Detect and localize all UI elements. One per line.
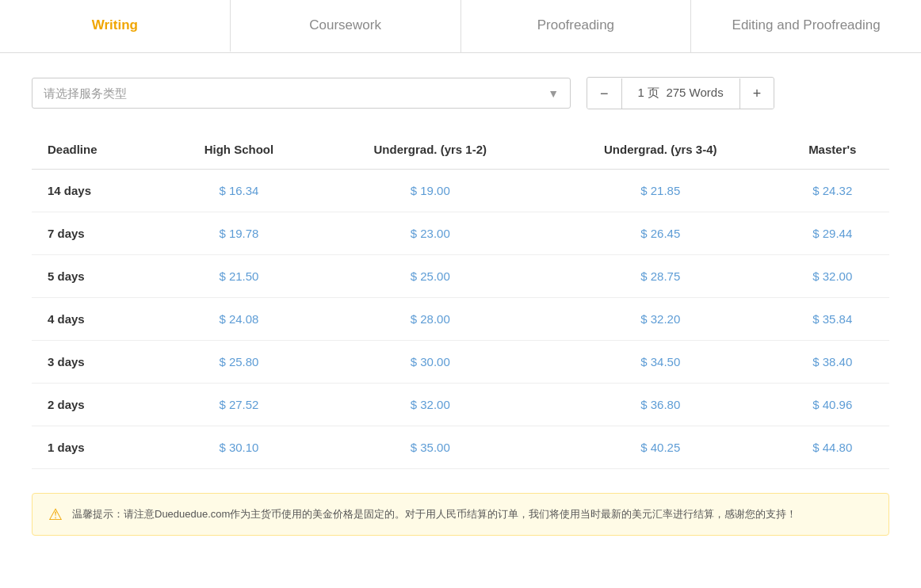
cell-deadline: 5 days (32, 255, 162, 298)
cell-high-school: $ 21.50 (162, 255, 315, 298)
col-header-masters: Master's (776, 133, 889, 170)
cell-undergrad-3-4: $ 28.75 (545, 255, 776, 298)
table-row: 1 days$ 30.10$ 35.00$ 40.25$ 44.80 (32, 426, 889, 469)
table-row: 14 days$ 16.34$ 19.00$ 21.85$ 24.32 (32, 170, 889, 212)
cell-deadline: 7 days (32, 212, 162, 255)
table-row: 4 days$ 24.08$ 28.00$ 32.20$ 35.84 (32, 298, 889, 341)
cell-masters: $ 29.44 (776, 212, 889, 255)
cell-masters: $ 32.00 (776, 255, 889, 298)
cell-undergrad-1-2: $ 35.00 (315, 426, 546, 469)
service-type-select[interactable]: 请选择服务类型 (32, 78, 570, 108)
cell-masters: $ 24.32 (776, 170, 889, 212)
cell-undergrad-3-4: $ 40.25 (545, 426, 776, 469)
cell-undergrad-3-4: $ 21.85 (545, 170, 776, 212)
col-header-undergrad-3-4: Undergrad. (yrs 3-4) (545, 133, 776, 170)
counter-value: 1 页 275 Words (622, 78, 739, 109)
controls-row: 请选择服务类型 ▼ − 1 页 275 Words + (32, 77, 889, 109)
col-header-undergrad-1-2: Undergrad. (yrs 1-2) (315, 133, 546, 170)
counter-words: 275 Words (666, 86, 723, 99)
cell-high-school: $ 30.10 (162, 426, 315, 469)
table-row: 3 days$ 25.80$ 30.00$ 34.50$ 38.40 (32, 341, 889, 384)
cell-deadline: 1 days (32, 426, 162, 469)
cell-masters: $ 40.96 (776, 384, 889, 426)
tab-editing[interactable]: Editing and Proofreading (691, 0, 921, 52)
cell-undergrad-3-4: $ 32.20 (545, 298, 776, 341)
cell-undergrad-1-2: $ 30.00 (315, 341, 546, 384)
cell-deadline: 4 days (32, 298, 162, 341)
cell-undergrad-3-4: $ 36.80 (545, 384, 776, 426)
warning-icon: ⚠ (48, 505, 63, 524)
cell-high-school: $ 27.52 (162, 384, 315, 426)
table-row: 2 days$ 27.52$ 32.00$ 36.80$ 40.96 (32, 384, 889, 426)
page-counter: − 1 页 275 Words + (587, 77, 774, 109)
cell-masters: $ 35.84 (776, 298, 889, 341)
col-header-high-school: High School (162, 133, 315, 170)
table-row: 5 days$ 21.50$ 25.00$ 28.75$ 32.00 (32, 255, 889, 298)
cell-deadline: 3 days (32, 341, 162, 384)
price-table: Deadline High School Undergrad. (yrs 1-2… (32, 133, 889, 469)
col-header-deadline: Deadline (32, 133, 162, 170)
tab-writing-label: Writing (92, 17, 138, 32)
tab-writing[interactable]: Writing (0, 0, 231, 52)
warning-bar: ⚠ 温馨提示：请注意Dueduedue.com作为主货币使用的美金价格是固定的。… (32, 493, 889, 536)
counter-pages: 1 页 (638, 86, 660, 99)
tab-proofreading-label: Proofreading (537, 17, 614, 32)
cell-high-school: $ 24.08 (162, 298, 315, 341)
cell-undergrad-1-2: $ 23.00 (315, 212, 546, 255)
warning-text: 温馨提示：请注意Dueduedue.com作为主货币使用的美金价格是固定的。对于… (72, 507, 797, 521)
cell-undergrad-1-2: $ 25.00 (315, 255, 546, 298)
cell-masters: $ 38.40 (776, 341, 889, 384)
table-header-row: Deadline High School Undergrad. (yrs 1-2… (32, 133, 889, 170)
cell-undergrad-1-2: $ 28.00 (315, 298, 546, 341)
counter-plus-button[interactable]: + (740, 78, 774, 109)
cell-high-school: $ 19.78 (162, 212, 315, 255)
tab-bar: Writing Coursework Proofreading Editing … (0, 0, 921, 53)
main-content: 请选择服务类型 ▼ − 1 页 275 Words + Deadline Hi (0, 53, 921, 552)
cell-undergrad-3-4: $ 34.50 (545, 341, 776, 384)
counter-minus-button[interactable]: − (587, 78, 621, 109)
cell-undergrad-1-2: $ 32.00 (315, 384, 546, 426)
cell-masters: $ 44.80 (776, 426, 889, 469)
cell-deadline: 14 days (32, 170, 162, 212)
table-row: 7 days$ 19.78$ 23.00$ 26.45$ 29.44 (32, 212, 889, 255)
tab-coursework[interactable]: Coursework (231, 0, 461, 52)
cell-undergrad-1-2: $ 19.00 (315, 170, 546, 212)
tab-proofreading[interactable]: Proofreading (461, 0, 692, 52)
service-select-wrapper: 请选择服务类型 ▼ (32, 78, 571, 109)
cell-high-school: $ 16.34 (162, 170, 315, 212)
cell-high-school: $ 25.80 (162, 341, 315, 384)
cell-deadline: 2 days (32, 384, 162, 426)
tab-coursework-label: Coursework (309, 17, 381, 32)
tab-editing-label: Editing and Proofreading (732, 17, 881, 32)
cell-undergrad-3-4: $ 26.45 (545, 212, 776, 255)
